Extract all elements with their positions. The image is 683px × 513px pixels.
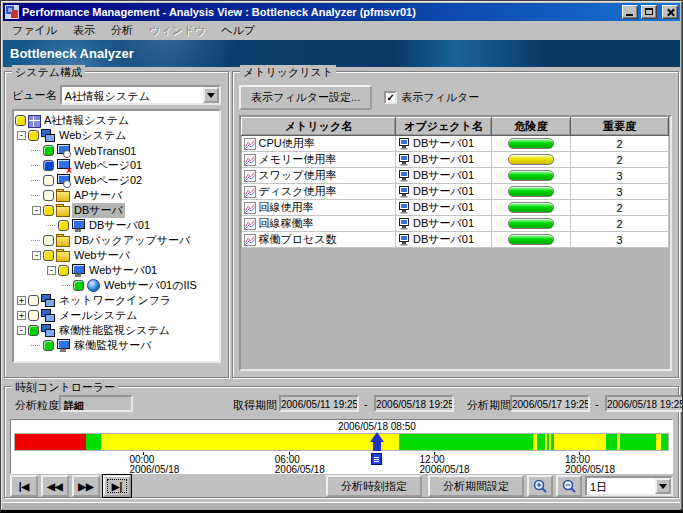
tree-item[interactable]: +メールシステム bbox=[15, 308, 218, 323]
system-tree[interactable]: A社情報システム-WebシステムWebTrans01Webページ01Webページ… bbox=[12, 109, 221, 363]
tree-item[interactable]: -DBサーバ bbox=[15, 203, 218, 218]
system-config-title: システム構成 bbox=[12, 65, 85, 80]
menu-item-file[interactable]: ファイル bbox=[4, 20, 65, 41]
metric-table: メトリック名オブジェクト名危険度重要度 CPU使用率DBサーバ012メモリー使用… bbox=[241, 117, 669, 248]
analysis-from-field: 2006/05/17 19:25 bbox=[510, 395, 590, 412]
timeline-bar[interactable] bbox=[14, 433, 669, 451]
maximize-button[interactable] bbox=[641, 5, 657, 19]
set-analysis-time-button[interactable]: 分析時刻指定 bbox=[326, 475, 422, 497]
computer-clock-icon bbox=[56, 144, 70, 157]
tree-item[interactable]: Webページ01 bbox=[15, 158, 218, 173]
view-name-dropdown-button[interactable] bbox=[203, 87, 219, 103]
object-name-cell: DBサーバ01 bbox=[396, 136, 492, 152]
set-analysis-period-button[interactable]: 分析期間設定 bbox=[428, 475, 524, 497]
step-forward-button[interactable]: ▶▶ bbox=[72, 475, 100, 497]
tree-item[interactable]: -稼働性能監視システム bbox=[15, 323, 218, 338]
collapse-icon[interactable]: - bbox=[32, 251, 41, 260]
collapse-icon[interactable]: - bbox=[17, 131, 26, 140]
table-row[interactable]: スワップ使用率DBサーバ013 bbox=[242, 168, 669, 184]
display-filter-checkbox-label: 表示フィルター bbox=[401, 90, 479, 105]
column-header[interactable]: オブジェクト名 bbox=[396, 118, 492, 136]
metric-name-text: 回線使用率 bbox=[259, 200, 314, 215]
tree-item[interactable]: -Webサーバ01 bbox=[15, 263, 218, 278]
metric-name-text: 回線稼働率 bbox=[259, 216, 314, 231]
importance-cell: 3 bbox=[571, 168, 669, 184]
danger-level-yellow-indicator bbox=[508, 154, 554, 165]
go-first-button[interactable]: |◀ bbox=[10, 475, 38, 497]
table-row[interactable]: メモリー使用率DBサーバ012 bbox=[242, 152, 669, 168]
minimize-button[interactable] bbox=[622, 5, 638, 19]
table-row[interactable]: 回線使用率DBサーバ012 bbox=[242, 200, 669, 216]
collapse-icon[interactable]: - bbox=[32, 206, 41, 215]
tree-item[interactable]: -Webシステム bbox=[15, 128, 218, 143]
column-header[interactable]: 重要度 bbox=[571, 118, 669, 136]
timeline-segment-red bbox=[15, 434, 86, 450]
tree-item[interactable]: WebTrans01 bbox=[15, 143, 218, 158]
collapse-icon[interactable]: - bbox=[17, 326, 26, 335]
tree-item-label: Webシステム bbox=[57, 128, 128, 143]
globe-icon bbox=[86, 279, 100, 292]
computer-icon bbox=[398, 202, 410, 214]
tree-item[interactable]: 稼働監視サーバ bbox=[15, 338, 218, 353]
zoom-out-button[interactable] bbox=[556, 475, 582, 497]
column-header[interactable]: 危険度 bbox=[492, 118, 571, 136]
chart-icon bbox=[244, 234, 256, 246]
tree-item-label: DBサーバ bbox=[72, 203, 125, 218]
tick-date-label: 2006/05/18 bbox=[275, 465, 325, 475]
status-green-icon bbox=[43, 145, 54, 156]
computer-icon bbox=[398, 138, 410, 150]
expand-icon[interactable]: + bbox=[17, 296, 26, 305]
tree-item[interactable]: +ネットワークインフラ bbox=[15, 293, 218, 308]
tree-item[interactable]: Webページ02 bbox=[15, 173, 218, 188]
tree-item-label: Webサーバ01のIIS bbox=[102, 278, 199, 293]
timeline-segment-yellow bbox=[554, 434, 606, 450]
collapse-icon[interactable]: - bbox=[47, 266, 56, 275]
table-row[interactable]: 回線稼働率DBサーバ012 bbox=[242, 216, 669, 232]
tree-item[interactable]: Webサーバ01のIIS bbox=[15, 278, 218, 293]
tree-item[interactable]: -Webサーバ bbox=[15, 248, 218, 263]
menu-item-analysis[interactable]: 分析 bbox=[103, 20, 141, 41]
tree-indent bbox=[15, 195, 30, 196]
zoom-in-button[interactable] bbox=[527, 475, 553, 497]
tree-item[interactable]: DBバックアップサーバ bbox=[15, 233, 218, 248]
timeline[interactable]: 2006/05/18 08:50 00:002006/05/1806:00200… bbox=[10, 419, 673, 474]
display-filter-checkbox[interactable]: ✓ bbox=[384, 91, 397, 104]
title-bar[interactable]: Performance Management - Analysis View :… bbox=[3, 3, 680, 21]
danger-level-cell bbox=[492, 184, 571, 200]
table-row[interactable]: CPU使用率DBサーバ012 bbox=[242, 136, 669, 152]
display-filter-checkbox-group[interactable]: ✓ 表示フィルター bbox=[384, 90, 479, 105]
expand-icon[interactable]: + bbox=[17, 311, 26, 320]
close-button[interactable] bbox=[662, 5, 678, 19]
system-config-panel: システム構成 ビュー名 A社情報システム A社情報システム-WebシステムWeb… bbox=[4, 71, 229, 378]
importance-cell: 2 bbox=[571, 200, 669, 216]
status-yellow-icon bbox=[58, 220, 69, 231]
go-last-button[interactable]: ▶| bbox=[103, 475, 131, 497]
time-range-dropdown-button[interactable] bbox=[655, 478, 671, 494]
object-name-cell: DBサーバ01 bbox=[396, 216, 492, 232]
object-name-text: DBサーバ01 bbox=[413, 184, 474, 199]
time-controller-panel: 時刻コントローラー 分析粒度 詳細 取得期間 2006/05/11 19:25 … bbox=[4, 386, 679, 498]
tree-item[interactable]: DBサーバ01 bbox=[15, 218, 218, 233]
tree-item[interactable]: A社情報システム bbox=[15, 113, 218, 128]
menu-item-view[interactable]: 表示 bbox=[65, 20, 103, 41]
time-marker-grip[interactable] bbox=[371, 453, 382, 465]
view-name-combobox[interactable]: A社情報システム bbox=[60, 85, 221, 105]
time-marker-arrow-icon bbox=[370, 432, 384, 442]
status-yellow-icon bbox=[15, 115, 26, 126]
computer-icon bbox=[56, 339, 70, 352]
tree-item-label: ネットワークインフラ bbox=[57, 293, 173, 308]
status-yellow-icon bbox=[58, 265, 69, 276]
application-window: Performance Management - Analysis View :… bbox=[0, 0, 683, 513]
menu-item-help[interactable]: ヘルプ bbox=[213, 20, 263, 41]
time-marker[interactable] bbox=[370, 432, 384, 465]
table-row[interactable]: ディスク使用率DBサーバ013 bbox=[242, 184, 669, 200]
time-range-combobox[interactable]: 1日 bbox=[585, 476, 673, 496]
column-header[interactable]: メトリック名 bbox=[242, 118, 396, 136]
tree-item[interactable]: APサーバ bbox=[15, 188, 218, 203]
tree-item-label: WebTrans01 bbox=[72, 145, 138, 157]
table-row[interactable]: 稼働プロセス数DBサーバ013 bbox=[242, 232, 669, 248]
time-controller-title: 時刻コントローラー bbox=[12, 380, 118, 395]
system-icon bbox=[41, 294, 55, 307]
step-back-button[interactable]: ◀◀ bbox=[41, 475, 69, 497]
display-filter-settings-button[interactable]: 表示フィルター設定... bbox=[239, 85, 372, 110]
